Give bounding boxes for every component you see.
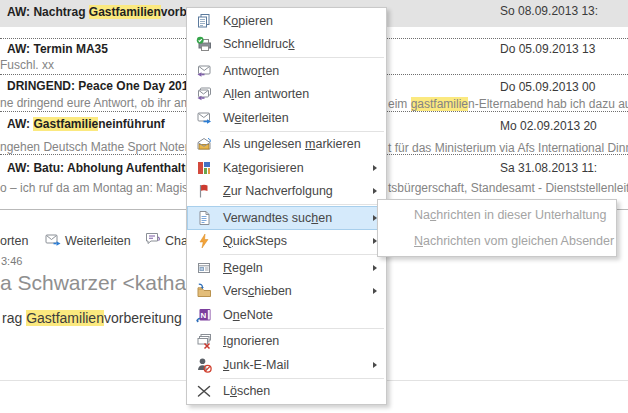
menu-item-copy[interactable]: Kopieren: [187, 9, 386, 33]
message-preview: eim gastfamilien-Elternabend hab ich daz…: [388, 97, 628, 111]
copy-icon: [196, 13, 212, 29]
related-search-submenu: Nachrichten in dieser Unterhaltung Nachr…: [377, 199, 617, 257]
message-subject[interactable]: AW: Gastfamilieneinführunf: [7, 117, 165, 131]
chat-icon: [145, 232, 161, 246]
message-date: Sa 31.08.2013 11:: [500, 161, 597, 175]
forward-icon: [196, 110, 212, 126]
message-date: Do 05.09.2013 00: [500, 80, 595, 94]
mark-unread-icon: [196, 136, 212, 152]
menu-item-delete[interactable]: Löschen: [187, 380, 386, 404]
reply-button[interactable]: orten: [0, 234, 29, 248]
message-preview: Fuschl. xx: [0, 58, 54, 72]
menu-item-forward[interactable]: Weiterleiten: [187, 106, 386, 130]
menu-separator: [220, 131, 384, 132]
junk-icon: [196, 357, 212, 373]
menu-separator: [220, 378, 384, 379]
submenu-item-messages-from-sender: Nachrichten vom gleichen Absender: [378, 228, 616, 254]
submenu-arrow-icon: [373, 265, 377, 271]
menu-item-follow-up[interactable]: Zur Nachverfolgung: [187, 180, 386, 204]
menu-item-quick-print[interactable]: Schnelldruck: [187, 33, 386, 57]
message-subject[interactable]: AW: Termin MA35: [7, 42, 108, 56]
delete-icon: [196, 383, 212, 399]
menu-separator: [220, 57, 384, 58]
message-preview: ne dringend eure Antwort, ob ihr am: [0, 96, 191, 110]
menu-item-move[interactable]: Verschieben: [187, 280, 386, 304]
sender-name: a Schwarzer <kathar: [0, 271, 190, 295]
menu-separator: [220, 204, 384, 205]
forward-button[interactable]: Weiterleiten: [65, 234, 131, 248]
submenu-arrow-icon: [373, 362, 377, 368]
search-highlight: gastfamilie: [411, 97, 468, 111]
message-preview: ngehen Deutsch Mathe Sport Noten: [0, 140, 191, 154]
message-date: Mo 02.09.2013 20: [500, 119, 597, 133]
menu-item-quicksteps[interactable]: QuickSteps: [187, 230, 386, 254]
submenu-arrow-icon: [373, 288, 377, 294]
onenote-icon: N: [196, 307, 212, 323]
quick-print-icon: [196, 36, 212, 52]
submenu-arrow-icon: [373, 165, 377, 171]
forward-icon: [45, 233, 61, 247]
menu-item-categorize[interactable]: Kategorisieren: [187, 156, 386, 180]
submenu-arrow-icon: [373, 188, 377, 194]
menu-item-reply-all[interactable]: Allen antworten: [187, 83, 386, 107]
rules-icon: [196, 260, 212, 276]
menu-item-junk[interactable]: Junk-E-Mail: [187, 353, 386, 377]
menu-item-related-search[interactable]: Verwandtes suchen: [187, 206, 386, 230]
submenu-item-messages-in-conversation: Nachrichten in dieser Unterhaltung: [378, 202, 616, 228]
quicksteps-icon: [196, 233, 212, 249]
message-time: 3:46: [1, 255, 22, 267]
reading-pane-subject: rag Gastfamilienvorbereitung: [2, 310, 182, 326]
menu-item-rules[interactable]: Regeln: [187, 256, 386, 280]
message-date: So 08.09.2013 13:: [500, 4, 598, 18]
message-preview: tsbürgerschaft, Standesamt - Dienststell…: [388, 181, 628, 195]
message-preview: t für das Ministerium via Afs Internatio…: [388, 141, 628, 155]
search-highlight: Gastfamilien: [89, 5, 161, 19]
menu-item-ignore[interactable]: Ignorieren: [187, 330, 386, 354]
context-menu: Kopieren Schnelldruck Antworten Allen an…: [186, 7, 387, 405]
categorize-icon: [196, 160, 212, 176]
reply-all-icon: [196, 86, 212, 102]
ignore-icon: [196, 333, 212, 349]
search-highlight: Gastfamilie: [33, 117, 98, 131]
menu-item-reply[interactable]: Antworten: [187, 59, 386, 83]
svg-text:N: N: [201, 310, 207, 319]
menu-item-mark-unread[interactable]: Als ungelesen markieren: [187, 133, 386, 157]
move-icon: [196, 283, 212, 299]
follow-up-icon: [196, 183, 212, 199]
menu-item-onenote[interactable]: N OneNote: [187, 303, 386, 327]
menu-separator: [220, 254, 384, 255]
message-preview: o – ich ruf da am Montag an: Magistr: [0, 181, 195, 195]
menu-separator: [220, 328, 384, 329]
message-subject[interactable]: AW: Batu: Abholung Aufenthaltung: [7, 161, 207, 175]
reply-icon: [196, 63, 212, 79]
related-search-icon: [196, 210, 212, 226]
search-highlight: Gastfamilien: [26, 310, 104, 326]
message-date: Do 05.09.2013 13: [500, 42, 595, 56]
